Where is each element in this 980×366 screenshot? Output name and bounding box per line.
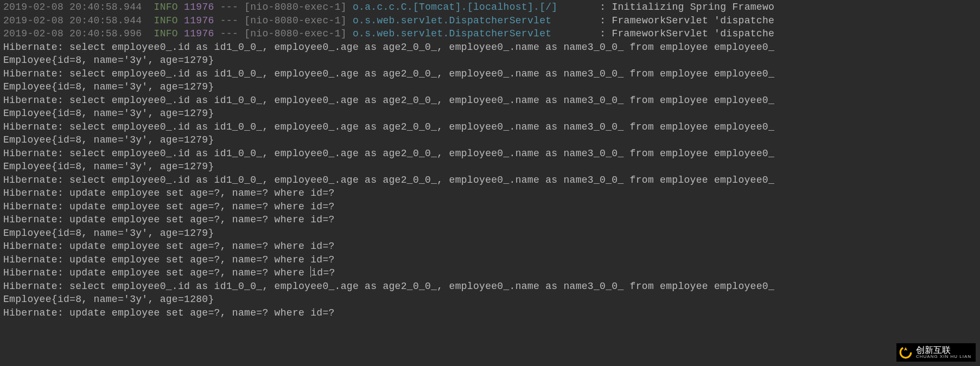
log-logger: o.s.web.servlet.DispatcherServlet [353,15,594,26]
watermark-badge: 创新互联 CHUANG XIN HU LIAN [896,343,976,362]
log-line: Hibernate: update employee set age=?, na… [3,213,977,227]
log-message: FrameworkServlet 'dispatche [612,15,774,26]
log-line: Hibernate: select employee0_.id as id1_0… [3,147,977,160]
log-line: Hibernate: update employee set age=?, na… [3,240,977,253]
log-timestamp: 2019-02-08 20:40:58.944 [3,2,142,12]
log-line: Hibernate: update employee set age=?, na… [3,253,977,267]
log-timestamp: 2019-02-08 20:40:58.996 [3,28,142,39]
log-separator: --- [220,15,238,26]
log-thread: [nio-8080-exec-1] [244,2,347,12]
console-log-output[interactable]: 2019-02-08 20:40:58.944 INFO 11976 --- [… [0,0,980,320]
log-pid: 11976 [184,15,214,26]
log-line: Hibernate: update employee set age=?, na… [3,200,977,214]
log-level: INFO [154,28,178,39]
log-line: Employee{id=8, name='3y', age=1279} [3,80,977,94]
log-line: Hibernate: update employee set age=?, na… [3,187,977,200]
log-line: Hibernate: select employee0_.id as id1_0… [3,67,977,81]
log-colon: : [600,2,606,12]
log-text: id=? [311,267,335,278]
log-thread: [nio-8080-exec-1] [244,15,347,26]
watermark-logo-icon [899,345,913,359]
watermark-title: 创新互联 [916,346,971,355]
log-level: INFO [154,2,178,12]
log-level: INFO [154,15,178,26]
watermark-text: 创新互联 CHUANG XIN HU LIAN [916,346,971,359]
log-line: Hibernate: select employee0_.id as id1_0… [3,120,977,134]
log-separator: --- [220,2,238,12]
log-line: 2019-02-08 20:40:58.944 INFO 11976 --- [… [3,14,977,28]
log-line: Hibernate: select employee0_.id as id1_0… [3,41,977,54]
log-timestamp: 2019-02-08 20:40:58.944 [3,15,142,26]
log-line: 2019-02-08 20:40:58.944 INFO 11976 --- [… [3,1,977,14]
log-line: Hibernate: update employee set age=?, na… [3,266,977,280]
log-colon: : [600,15,606,26]
log-line: Employee{id=8, name='3y', age=1279} [3,107,977,120]
log-line: Hibernate: select employee0_.id as id1_0… [3,174,977,187]
log-line: Hibernate: select employee0_.id as id1_0… [3,280,977,293]
log-line: Employee{id=8, name='3y', age=1279} [3,54,977,67]
log-thread: [nio-8080-exec-1] [244,28,347,39]
log-pid: 11976 [184,2,214,12]
watermark-subtitle: CHUANG XIN HU LIAN [916,355,971,359]
log-line: Hibernate: select employee0_.id as id1_0… [3,94,977,107]
log-line: Employee{id=8, name='3y', age=1279} [3,160,977,174]
log-pid: 11976 [184,28,214,39]
log-line: 2019-02-08 20:40:58.996 INFO 11976 --- [… [3,27,977,41]
log-separator: --- [220,28,238,39]
log-logger: o.s.web.servlet.DispatcherServlet [353,28,594,39]
log-logger: o.a.c.c.C.[Tomcat].[localhost].[/] [353,2,594,12]
log-line: Employee{id=8, name='3y', age=1280} [3,293,977,306]
log-line: Employee{id=8, name='3y', age=1279} [3,227,977,240]
log-text: Hibernate: update employee set age=?, na… [3,267,310,278]
log-message: Initializing Spring Framewo [612,2,774,12]
log-line: Employee{id=8, name='3y', age=1279} [3,133,977,147]
log-message: FrameworkServlet 'dispatche [612,28,774,39]
log-line: Hibernate: update employee set age=?, na… [3,306,977,320]
log-colon: : [600,28,606,39]
